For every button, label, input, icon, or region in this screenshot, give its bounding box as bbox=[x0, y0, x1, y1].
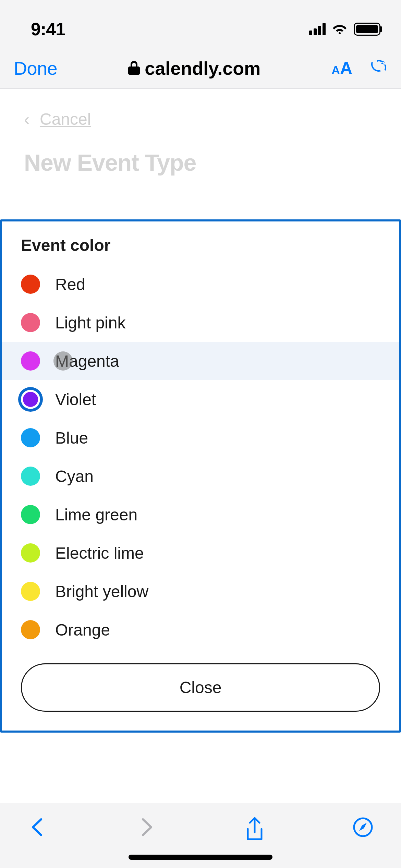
color-option-orange[interactable]: Orange bbox=[2, 611, 399, 649]
close-button[interactable]: Close bbox=[21, 663, 380, 712]
page-header: ‹ Cancel New Event Type bbox=[0, 89, 401, 190]
status-indicators bbox=[309, 22, 380, 36]
color-label: Violet bbox=[55, 390, 96, 409]
color-label: Blue bbox=[55, 429, 88, 447]
color-label: Bright yellow bbox=[55, 582, 148, 601]
event-color-panel: Event color RedLight pinkMagentaVioletBl… bbox=[0, 219, 401, 733]
color-swatch bbox=[21, 275, 40, 294]
wifi-icon bbox=[332, 22, 348, 36]
back-button[interactable] bbox=[27, 817, 49, 839]
panel-heading: Event color bbox=[2, 221, 399, 265]
url-text: calendly.com bbox=[145, 58, 260, 79]
tap-highlight bbox=[53, 351, 73, 371]
lock-icon bbox=[128, 58, 140, 79]
color-options-list: RedLight pinkMagentaVioletBlueCyanLime g… bbox=[2, 265, 399, 649]
color-option-light-pink[interactable]: Light pink bbox=[2, 303, 399, 342]
text-size-button[interactable]: AA bbox=[331, 58, 352, 78]
color-label: Cyan bbox=[55, 467, 94, 486]
color-label: Electric lime bbox=[55, 544, 144, 563]
color-option-bright-yellow[interactable]: Bright yellow bbox=[2, 572, 399, 611]
share-button[interactable] bbox=[244, 817, 266, 845]
chevron-left-icon: ‹ bbox=[24, 110, 29, 129]
color-label: Light pink bbox=[55, 313, 125, 332]
status-time: 9:41 bbox=[31, 19, 65, 39]
home-indicator bbox=[129, 855, 272, 860]
color-swatch bbox=[21, 505, 40, 524]
cancel-label: Cancel bbox=[40, 110, 91, 129]
color-swatch bbox=[21, 428, 40, 447]
color-label: Lime green bbox=[55, 505, 137, 524]
browser-chrome: Done calendly.com AA bbox=[0, 48, 401, 89]
color-label: Red bbox=[55, 275, 85, 294]
color-option-magenta[interactable]: Magenta bbox=[2, 342, 399, 380]
color-option-violet[interactable]: Violet bbox=[2, 380, 399, 419]
done-button[interactable]: Done bbox=[14, 58, 57, 79]
color-swatch bbox=[21, 582, 40, 601]
url-bar[interactable]: calendly.com bbox=[57, 58, 331, 79]
webpage-content: ‹ Cancel New Event Type Event color RedL… bbox=[0, 89, 401, 803]
cancel-link[interactable]: ‹ Cancel bbox=[24, 110, 377, 129]
color-option-electric-lime[interactable]: Electric lime bbox=[2, 534, 399, 572]
safari-button[interactable] bbox=[352, 817, 374, 839]
color-swatch bbox=[21, 543, 40, 563]
color-label: Orange bbox=[55, 620, 110, 639]
color-swatch bbox=[21, 467, 40, 486]
color-option-lime-green[interactable]: Lime green bbox=[2, 495, 399, 534]
color-swatch bbox=[23, 392, 38, 407]
forward-button[interactable] bbox=[135, 817, 157, 839]
reload-button[interactable] bbox=[370, 59, 387, 77]
page-title: New Event Type bbox=[24, 149, 377, 176]
color-option-blue[interactable]: Blue bbox=[2, 419, 399, 457]
color-swatch bbox=[21, 313, 40, 332]
cellular-signal-icon bbox=[309, 23, 326, 35]
color-swatch bbox=[21, 351, 40, 371]
color-option-cyan[interactable]: Cyan bbox=[2, 457, 399, 495]
battery-icon bbox=[354, 23, 380, 36]
status-bar: 9:41 bbox=[0, 0, 401, 48]
color-option-red[interactable]: Red bbox=[2, 265, 399, 303]
color-swatch bbox=[21, 620, 40, 639]
